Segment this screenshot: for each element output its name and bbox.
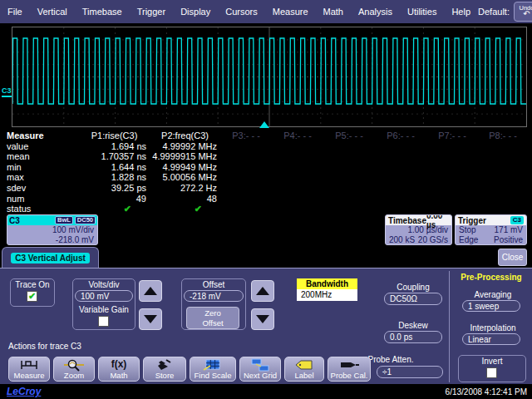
trigger-mode: Stop (459, 225, 476, 235)
offset-up-button[interactable] (251, 280, 274, 302)
measure-sdev-p5 (323, 183, 375, 194)
tab-c3-vertical-adjust[interactable]: C3 Vertical Adjust (2, 247, 99, 268)
measure-col-p7[interactable]: P7:- - - (426, 131, 478, 141)
menu-display[interactable]: Display (173, 7, 218, 17)
measure-status-p7 (426, 204, 478, 214)
measure-max-p8 (478, 172, 528, 183)
label-button[interactable]: Label (284, 357, 324, 382)
channel-c3-offset: -218.0 mV (7, 235, 97, 245)
measure-col-p4[interactable]: P4:- - - (272, 131, 323, 141)
trigger-position-marker-icon[interactable] (259, 121, 269, 128)
find-scale-icon (202, 358, 224, 372)
bandwidth-select[interactable]: 200MHz (297, 289, 357, 301)
lecroy-logo[interactable]: LeCroy (7, 386, 41, 397)
averaging-field[interactable]: 1 sweep (462, 300, 520, 312)
menu-measure[interactable]: Measure (265, 7, 316, 17)
zoom-button[interactable]: Zoom (53, 357, 95, 382)
measure-sdev-p3 (220, 183, 272, 194)
zero-offset-button[interactable]: Zero Offset (186, 307, 239, 329)
probe-cal-icon (338, 358, 360, 372)
measure-row-label-num: num (0, 194, 79, 204)
measure-status-p1: ✔ (79, 204, 150, 214)
interpolation-select[interactable]: Linear (462, 333, 520, 345)
measure-value-p2: 4.99992 MHz (150, 141, 220, 152)
offset-field[interactable]: -218 mV (184, 290, 244, 302)
probe-cal-button[interactable]: Probe Cal. (328, 357, 371, 382)
volts-div-down-button[interactable] (139, 308, 162, 330)
measure-col-p6[interactable]: P6:- - - (375, 131, 426, 141)
measure-table-title: Measure (0, 131, 79, 141)
measure-num-p5 (323, 194, 375, 204)
measure-max-p5 (323, 172, 375, 183)
coupling-select[interactable]: DC50Ω (384, 293, 442, 305)
offset-down-button[interactable] (251, 308, 274, 330)
measure-col-p1[interactable]: P1:rise(C3) (79, 131, 150, 141)
measure-col-p3[interactable]: P3:- - - (220, 131, 272, 141)
undo-button[interactable]: Undo ↶ (514, 2, 532, 22)
measure-col-p8[interactable]: P8:- - - (478, 131, 528, 141)
measure-max-p2: 5.00056 MHz (150, 172, 220, 183)
store-button[interactable]: Store (143, 357, 186, 382)
menu-utilities[interactable]: Utilities (400, 7, 444, 17)
menu-analysis[interactable]: Analysis (351, 7, 400, 17)
trigger-source-badge: C3 (510, 216, 524, 224)
volts-div-field[interactable]: 100 mV (75, 290, 133, 302)
action-button-label: Store (155, 372, 175, 380)
down-arrow-icon (256, 315, 269, 323)
volts-div-up-button[interactable] (139, 280, 162, 302)
menu-timebase[interactable]: Timebase (75, 7, 130, 17)
timebase-box-header: Timebase 0.00 µs (386, 215, 451, 225)
up-arrow-icon (256, 287, 269, 295)
trigger-descriptor-box[interactable]: Trigger C3 Stop 171 mV Edge Positive (455, 214, 527, 245)
action-button-label: Find Scale (195, 372, 232, 380)
action-button-label: Zoom (64, 372, 84, 380)
measure-row-label-value: value (0, 141, 79, 152)
menu-trigger[interactable]: Trigger (130, 7, 173, 17)
channel-c3-descriptor-box[interactable]: C3 BwLDC50 100 mV/div -218.0 mV (7, 214, 98, 245)
measure-col-p5[interactable]: P5:- - - (323, 131, 375, 141)
deskew-field[interactable]: 0.0 ps (384, 331, 442, 343)
invert-checkbox[interactable] (486, 367, 497, 378)
waveform-trace (12, 27, 526, 126)
menu-cursors[interactable]: Cursors (218, 7, 265, 17)
trigger-slope: Positive (494, 235, 523, 245)
timebase-descriptor-box[interactable]: Timebase 0.00 µs 1.00 µs/div 200 kS 20 G… (385, 214, 452, 245)
menu-help[interactable]: Help (444, 7, 478, 17)
channel-c3-badges: BwLDC50 (55, 216, 96, 225)
waveform-grid[interactable] (12, 27, 527, 127)
scope-screen: FileVerticalTimebaseTriggerDisplayCursor… (0, 0, 532, 399)
measure-num-p8 (478, 194, 528, 204)
channel-c3-box-header: C3 BwLDC50 (7, 215, 97, 225)
menu-vertical[interactable]: Vertical (30, 7, 75, 17)
channel-c3-volts-per-div: 100 mV/div (7, 225, 97, 235)
channel-c3-ground-marker[interactable]: C3 (2, 86, 12, 97)
math-button[interactable]: f(x)Math (98, 357, 140, 382)
measure-max-p7 (426, 172, 478, 183)
variable-gain-checkbox[interactable] (98, 316, 109, 327)
measure-row-label-min: min (0, 162, 79, 173)
menu-file[interactable]: File (0, 7, 30, 17)
probe-atten-field[interactable]: ÷1 (377, 366, 443, 378)
interpolation-label: Interpolation (460, 323, 526, 332)
measure-max-p6 (375, 172, 426, 183)
close-button[interactable]: Close (498, 249, 527, 266)
measure-col-p2[interactable]: P2:freq(C3) (150, 131, 220, 141)
measure-min-p1: 1.644 ns (79, 162, 150, 173)
measure-status-p8 (478, 204, 528, 214)
next-grid-button[interactable]: Next Grid (239, 357, 281, 382)
measure-min-p6 (375, 162, 426, 173)
measure-min-p4 (272, 162, 323, 173)
trigger-level: 171 mV (495, 225, 523, 235)
measure-button[interactable]: Measure (8, 357, 50, 382)
measure-value-p6 (375, 141, 426, 152)
datetime-label: 6/13/2008 4:12:41 PM (446, 387, 527, 397)
measure-table: MeasureP1:rise(C3)P2:freq(C3)P3:- - -P4:… (0, 131, 532, 214)
find-scale-button[interactable]: Find Scale (190, 357, 236, 382)
trace-on-checkbox[interactable]: ✔ (27, 291, 37, 302)
volts-div-label: Volts/div (72, 280, 135, 289)
up-arrow-icon (144, 287, 157, 295)
trigger-type: Edge (459, 235, 478, 245)
measure-mean-p8 (478, 151, 528, 162)
menu-math[interactable]: Math (316, 7, 351, 17)
action-button-label: Probe Cal. (331, 372, 368, 380)
